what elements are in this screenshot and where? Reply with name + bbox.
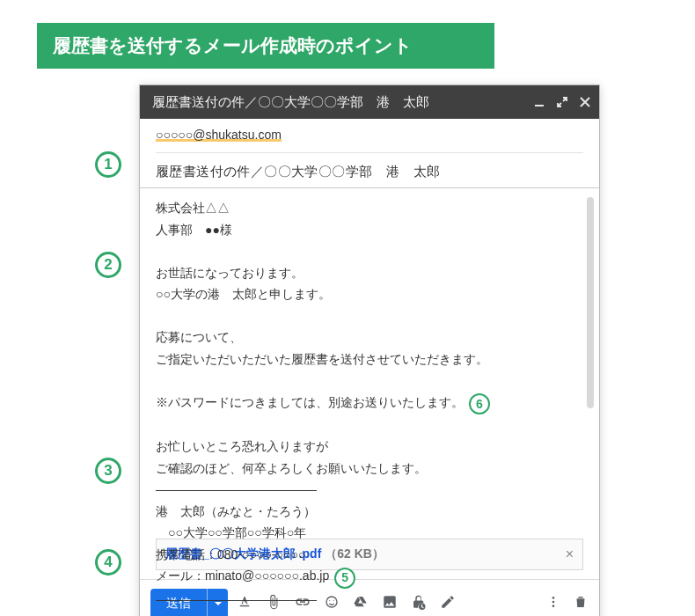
- minimize-icon[interactable]: [534, 97, 545, 107]
- signature-line: メール：minato@○○○○○○.ab.jp 5: [156, 565, 583, 588]
- annotation-1: 1: [95, 151, 121, 178]
- annotation-3: 3: [95, 458, 121, 484]
- annotation-6: 6: [469, 393, 490, 414]
- annotation-2: 2: [95, 252, 121, 278]
- body-line: ※パスワードにつきましては、別途お送りいたします。 6: [156, 392, 583, 414]
- body-line: お世話になっております。: [156, 262, 583, 284]
- password-note: ※パスワードにつきましては、別途お送りいたします。: [156, 395, 464, 409]
- compose-window: 履歴書送付の件／〇〇大学〇〇学部 港 太郎 ○○○○○@shukatsu.com…: [139, 84, 600, 616]
- svg-rect-0: [535, 105, 544, 106]
- annotation-4: 4: [95, 549, 121, 576]
- annotation-5: 5: [334, 568, 355, 589]
- body-line: お忙しいところ恐れ入りますが: [156, 436, 583, 458]
- body-line: ○○大学の港 太郎と申します。: [156, 283, 583, 305]
- scrollbar[interactable]: [587, 197, 594, 408]
- signature-line: 港 太郎（みなと・たろう）: [156, 501, 583, 523]
- compose-header: 履歴書送付の件／〇〇大学〇〇学部 港 太郎: [140, 85, 599, 119]
- signature-email: メール：minato@○○○○○○.ab.jp: [156, 568, 329, 583]
- page-title: 履歴書を送付するメール作成時のポイント: [37, 23, 494, 69]
- signature-line: 携帯電話：080-○○○○-○○○○: [156, 544, 583, 566]
- close-icon[interactable]: [580, 97, 590, 107]
- divider-line: ——————————————: [156, 589, 583, 611]
- body-line: 人事部 ●●様: [156, 219, 583, 241]
- body-line: 応募について、: [156, 326, 583, 348]
- expand-icon[interactable]: [557, 97, 567, 107]
- window-title: 履歴書送付の件／〇〇大学〇〇学部 港 太郎: [152, 94, 429, 111]
- to-field[interactable]: ○○○○○@shukatsu.com: [140, 119, 599, 145]
- signature-line: ○○大学○○学部○○学科○年: [156, 522, 583, 544]
- body-line: ご指定いただいただいた履歴書を送付させていただきます。: [156, 348, 583, 370]
- body-line: ご確認のほど、何卒よろしくお願いいたします。: [156, 458, 583, 480]
- body-line: 株式会社△△: [156, 197, 583, 219]
- subject-field[interactable]: 履歴書送付の件／〇〇大学〇〇学部 港 太郎: [156, 152, 583, 180]
- divider-line: ——————————————: [156, 479, 583, 501]
- recipient-address: ○○○○○@shukatsu.com: [156, 128, 282, 142]
- body-area[interactable]: 株式会社△△ 人事部 ●●様 お世話になっております。 ○○大学の港 太郎と申し…: [140, 187, 599, 530]
